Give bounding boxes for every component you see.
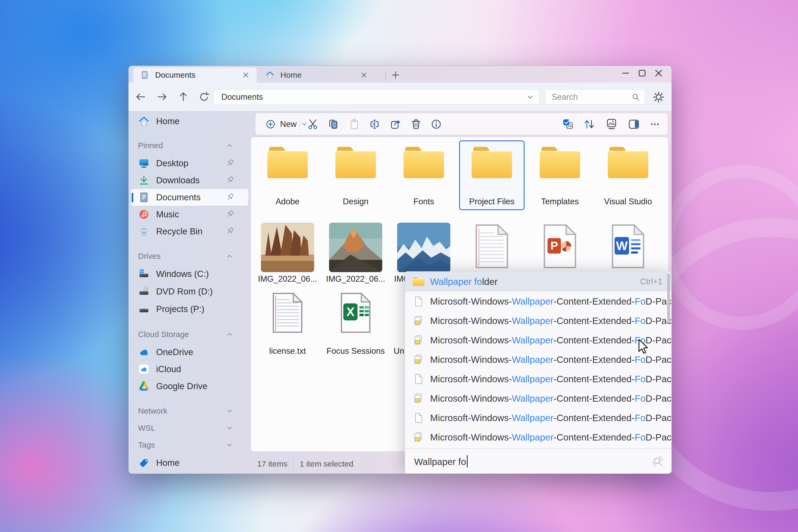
pin-icon[interactable] bbox=[225, 192, 235, 203]
sidebar-item-tag-home[interactable]: Home bbox=[131, 455, 248, 471]
palette-input-row[interactable]: Wallpaper fo bbox=[405, 448, 671, 474]
chevron-up-icon[interactable] bbox=[225, 141, 234, 150]
chevron-down-icon[interactable] bbox=[225, 440, 234, 450]
palette-result-row[interactable]: Microsoft-Windows-Wallpaper-Content-Exte… bbox=[405, 311, 671, 330]
new-button[interactable]: New bbox=[261, 117, 312, 132]
folder-tile-project-files-selected[interactable]: Project Files bbox=[459, 140, 525, 210]
pin-icon[interactable] bbox=[225, 158, 235, 169]
chevron-up-icon[interactable] bbox=[225, 329, 234, 339]
sidebar-item-label: Documents bbox=[156, 192, 225, 203]
recycle-bin-icon bbox=[138, 226, 150, 237]
palette-result-selected[interactable]: Wallpaper folder Ctrl+1 bbox=[405, 271, 671, 291]
sidebar-item-dvd-d[interactable]: DVD Rom (D:) bbox=[131, 283, 248, 300]
sort-button[interactable] bbox=[583, 118, 595, 130]
sidebar-section-cloud-storage[interactable]: Cloud Storage bbox=[131, 327, 248, 342]
folder-tile-visual-studio[interactable]: Visual Studio bbox=[595, 140, 661, 210]
minimize-button[interactable] bbox=[618, 67, 634, 79]
address-bar[interactable]: Documents bbox=[214, 89, 539, 105]
sidebar-item-windows-c[interactable]: Windows (C:) bbox=[131, 266, 248, 282]
palette-result-row[interactable]: Microsoft-Windows-Wallpaper-Content-Exte… bbox=[405, 350, 671, 369]
pin-icon[interactable] bbox=[225, 209, 235, 220]
sidebar-item-desktop[interactable]: Desktop bbox=[131, 155, 248, 172]
more-options-button[interactable] bbox=[649, 118, 661, 130]
sidebar: Home Pinned Desktop Downloads Documents bbox=[129, 111, 251, 474]
palette-result-row[interactable]: Microsoft-Windows-Wallpaper-Content-Exte… bbox=[405, 408, 671, 428]
image-tile[interactable]: IMG_2022_06... bbox=[255, 218, 320, 280]
tab-close-icon[interactable] bbox=[359, 71, 368, 79]
folder-tile-adobe[interactable]: Adobe bbox=[255, 140, 320, 210]
sidebar-section-wsl[interactable]: WSL bbox=[131, 421, 248, 435]
forward-button[interactable] bbox=[156, 91, 168, 103]
chevron-down-icon[interactable] bbox=[225, 423, 234, 433]
preview-pane-button[interactable] bbox=[628, 118, 640, 130]
palette-result-row[interactable]: Microsoft-Windows-Wallpaper-Content-Exte… bbox=[405, 428, 671, 447]
sidebar-item-home[interactable]: Home bbox=[131, 113, 248, 130]
search-icon bbox=[631, 92, 641, 102]
file-tile-word[interactable]: W bbox=[595, 218, 661, 280]
file-explorer-window: Documents Home Documents Search bbox=[129, 66, 672, 474]
palette-result-row[interactable]: Microsoft-Windows-Wallpaper-Content-Exte… bbox=[405, 388, 671, 408]
tab-home[interactable]: Home bbox=[259, 67, 375, 82]
file-tile-focus-sessions[interactable]: X Focus Sessions bbox=[323, 285, 388, 354]
up-button[interactable] bbox=[177, 91, 189, 103]
sidebar-section-network[interactable]: Network bbox=[131, 403, 248, 418]
search-input[interactable]: Search bbox=[545, 89, 645, 105]
sidebar-item-music[interactable]: Music bbox=[131, 206, 248, 223]
palette-result-row[interactable]: Microsoft-Windows-Wallpaper-Content-Exte… bbox=[405, 330, 671, 350]
chevron-down-icon[interactable] bbox=[525, 92, 535, 102]
chevron-up-icon[interactable] bbox=[225, 251, 234, 261]
sidebar-item-documents[interactable]: Documents bbox=[131, 189, 248, 206]
folder-tile-design[interactable]: Design bbox=[323, 140, 388, 210]
scrollbar-thumb[interactable] bbox=[667, 274, 670, 323]
refresh-button[interactable] bbox=[198, 91, 210, 103]
folder-tile-fonts[interactable]: Fonts bbox=[391, 140, 456, 210]
palette-result-row[interactable]: Microsoft-Windows-Wallpaper-Content-Exte… bbox=[405, 291, 671, 311]
sidebar-item-google-drive[interactable]: Google Drive bbox=[131, 378, 248, 395]
select-button[interactable] bbox=[562, 118, 574, 130]
file-tile-powerpoint[interactable]: P bbox=[527, 218, 593, 280]
section-label: WSL bbox=[138, 423, 225, 433]
sidebar-item-onedrive[interactable]: OneDrive bbox=[131, 344, 248, 360]
share-button[interactable] bbox=[390, 118, 402, 130]
file-tile[interactable] bbox=[459, 218, 525, 280]
palette-input-value: Wallpaper fo bbox=[414, 455, 468, 467]
rename-button[interactable] bbox=[369, 118, 381, 130]
folder-tile-templates[interactable]: Templates bbox=[527, 140, 593, 210]
sidebar-section-drives[interactable]: Drives bbox=[131, 249, 248, 264]
tab-label: Home bbox=[280, 71, 359, 79]
plus-circle-icon bbox=[265, 118, 277, 130]
result-text: Microsoft-Windows-Wallpaper-Content-Exte… bbox=[430, 354, 671, 365]
cut-button[interactable] bbox=[307, 118, 319, 130]
section-label: Drives bbox=[138, 252, 225, 261]
layout-button[interactable] bbox=[605, 118, 618, 130]
back-button[interactable] bbox=[135, 91, 147, 103]
home-icon bbox=[138, 115, 150, 127]
copy-button[interactable] bbox=[327, 118, 340, 130]
image-tile[interactable]: IMG_2022_06... bbox=[391, 218, 456, 280]
palette-result-row[interactable]: Microsoft-Windows-Wallpaper-Content-Exte… bbox=[405, 369, 671, 388]
new-tab-button[interactable] bbox=[389, 70, 402, 81]
maximize-button[interactable] bbox=[634, 67, 650, 79]
search-placeholder: Search bbox=[552, 92, 631, 102]
properties-button[interactable] bbox=[430, 118, 442, 130]
sidebar-section-pinned[interactable]: Pinned bbox=[131, 138, 248, 153]
sidebar-item-downloads[interactable]: Downloads bbox=[131, 172, 248, 189]
chevron-down-icon[interactable] bbox=[225, 406, 234, 416]
image-tile[interactable]: IMG_2022_06... bbox=[323, 218, 388, 280]
sidebar-item-projects-p[interactable]: Projects (P:) bbox=[131, 301, 248, 317]
pin-icon[interactable] bbox=[225, 175, 235, 186]
result-text: Microsoft-Windows-Wallpaper-Content-Exte… bbox=[430, 413, 671, 423]
sidebar-item-recycle-bin[interactable]: Recycle Bin bbox=[131, 223, 248, 240]
desktop: { "window": { "tabs": [ { "label": "Docu… bbox=[0, 0, 798, 532]
tab-close-icon[interactable] bbox=[241, 71, 250, 79]
sidebar-section-tags[interactable]: Tags bbox=[131, 438, 248, 453]
close-button[interactable] bbox=[650, 67, 667, 79]
settings-gear-button[interactable] bbox=[652, 91, 665, 104]
tab-documents[interactable]: Documents bbox=[133, 67, 257, 82]
sidebar-item-label: DVD Rom (D:) bbox=[156, 286, 248, 297]
sidebar-item-icloud[interactable]: iCloud bbox=[131, 361, 248, 377]
file-tile-license-txt[interactable]: license.txt bbox=[255, 285, 320, 354]
status-divider bbox=[293, 459, 294, 469]
delete-button[interactable] bbox=[410, 118, 422, 130]
pin-icon[interactable] bbox=[225, 226, 235, 237]
